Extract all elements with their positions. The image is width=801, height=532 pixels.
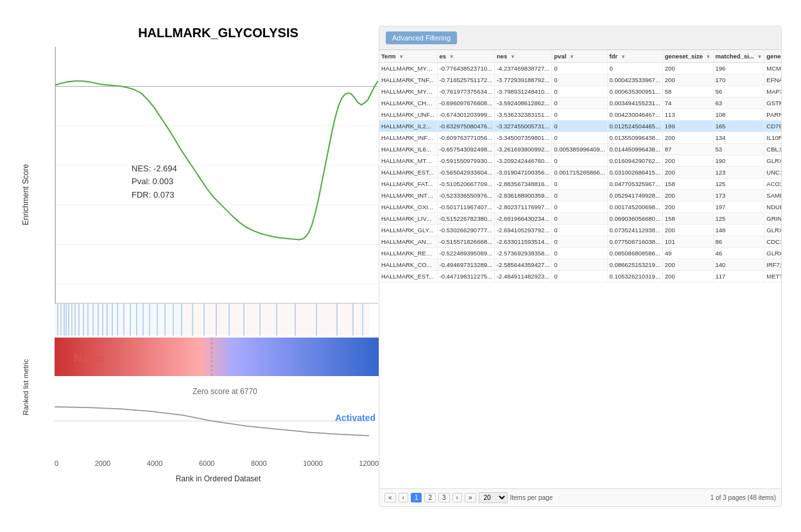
enrichment-chart: 0 -0.2 -0.4 -0.6 -0.8 NES: -2.694 Pval: … <box>55 47 379 304</box>
cell-nes: -3.209242446760... <box>494 155 551 166</box>
cell-pval: 0 <box>552 189 607 201</box>
x-tick-6000: 6000 <box>199 459 214 467</box>
col-matched-size[interactable]: matched_si... ▼ <box>713 50 764 63</box>
cell-fdr: 0.052941749928... <box>607 189 662 201</box>
cell-geneset_size: 87 <box>662 143 713 155</box>
table-row[interactable]: HALLMARK_OXI...-0.501711967407...-2.8023… <box>379 201 781 212</box>
table-row[interactable]: HALLMARK_INFL...-0.609763771056...-3.345… <box>379 132 781 143</box>
x-tick-8000: 8000 <box>251 459 266 467</box>
table-row[interactable]: HALLMARK_IL6...-0.657543092498...-3.2616… <box>379 143 781 155</box>
cell-genes: CBL;IL10RB;LTB;S... <box>764 143 781 155</box>
svg-rect-15 <box>183 304 369 336</box>
cell-matched_size: 173 <box>713 189 764 201</box>
cell-nes: -3.772939188792... <box>494 74 551 85</box>
cell-geneset_size: 113 <box>662 108 713 120</box>
cell-term: HALLMARK_TNF... <box>379 74 437 85</box>
cell-geneset_size: 158 <box>662 178 713 189</box>
cell-nes: -2.836188900359... <box>494 189 551 201</box>
col-term[interactable]: Term ▼ <box>379 50 437 63</box>
col-es[interactable]: es ▼ <box>437 50 494 63</box>
cell-es: -0.494697313289... <box>437 259 494 270</box>
col-pval[interactable]: pval ▼ <box>552 50 607 63</box>
cell-matched_size: 86 <box>713 236 764 247</box>
prev-page-button[interactable]: ‹ <box>399 493 408 502</box>
chart-title: HALLMARK_GLYCOLYSIS <box>58 26 379 40</box>
table-row[interactable]: HALLMARK_MYC...-0.776438523710...-4.2374… <box>379 62 781 74</box>
table-row[interactable]: HALLMARK_LIV...-0.515226782380...-2.6919… <box>379 212 781 224</box>
table-row[interactable]: HALLMARK_EST...-0.565042933604...-3.0190… <box>379 166 781 178</box>
cell-genes: GLRX;NDUF2... <box>764 247 781 259</box>
cell-pval: 0 <box>552 224 607 236</box>
cell-es: -0.530266290777... <box>437 224 494 236</box>
page-2-button[interactable]: 2 <box>424 493 436 502</box>
table-row[interactable]: HALLMARK_MTD...-0.591550979930...-3.2092… <box>379 155 781 166</box>
table-row[interactable]: HALLMARK_CHO...-0.696097676608...-3.5924… <box>379 97 781 108</box>
y-axis-label: Enrichment Score <box>19 66 32 323</box>
col-fdr[interactable]: fdr ▼ <box>607 50 662 63</box>
page-3-button[interactable]: 3 <box>438 493 450 502</box>
cell-matched_size: 108 <box>713 108 764 120</box>
cell-genes: SAMHD1;CASP8... <box>764 189 781 201</box>
cell-nes: -3.592408612862... <box>494 97 551 108</box>
table-wrapper[interactable]: Term ▼ es ▼ nes ▼ pval ▼ fdr ▼ geneset_s… <box>379 50 781 488</box>
cell-genes: CDC14B;STK;FT... <box>764 236 781 247</box>
cell-pval: 0 <box>552 270 607 282</box>
items-per-page-label: Items per page <box>510 494 553 501</box>
next-page-button[interactable]: › <box>452 493 462 502</box>
table-row[interactable]: HALLMARK_UNF...-0.674301203999...-3.5362… <box>379 108 781 120</box>
enrichment-svg: 0 -0.2 -0.4 -0.6 -0.8 <box>55 47 379 304</box>
cell-matched_size: 123 <box>713 166 764 178</box>
cell-es: -0.447198312275... <box>437 270 494 282</box>
cell-fdr: 0.086625153219... <box>607 259 662 270</box>
table-row[interactable]: HALLMARK_AND...-0.515571826668...-2.6330… <box>379 236 781 247</box>
cell-term: HALLMARK_EST... <box>379 166 437 178</box>
table-row[interactable]: HALLMARK_EST...-0.447198312275...-2.4849… <box>379 270 781 282</box>
x-tick-0: 0 <box>55 459 58 467</box>
table-row[interactable]: HALLMARK_INTE...-0.523336550976...-2.836… <box>379 189 781 201</box>
cell-geneset_size: 158 <box>662 212 713 224</box>
cell-matched_size: 190 <box>713 155 764 166</box>
table-row[interactable]: HALLMARK_REA...-0.522489395089...-2.5736… <box>379 247 781 259</box>
page-1-button[interactable]: 1 <box>411 493 422 502</box>
cell-fdr: 0.001745200698... <box>607 201 662 212</box>
cell-es: -0.515226782380... <box>437 212 494 224</box>
cell-pval: 0 <box>552 247 607 259</box>
table-row[interactable]: HALLMARK_GLY...-0.530266290777...-2.6941… <box>379 224 781 236</box>
cell-geneset_size: 200 <box>662 224 713 236</box>
advanced-filter-button[interactable]: Advanced Filtering <box>386 31 457 44</box>
cell-pval: 0 <box>552 155 607 166</box>
cell-nes: -3.345007359801... <box>494 132 551 143</box>
cell-pval: 0 <box>552 120 607 132</box>
col-nes[interactable]: nes ▼ <box>494 50 551 63</box>
cell-matched_size: 117 <box>713 270 764 282</box>
x-axis-ticks: 0 2000 4000 6000 8000 10000 12000 <box>55 459 379 467</box>
items-per-page-select[interactable]: 20 50 100 <box>479 492 508 503</box>
table-header-row: Term ▼ es ▼ nes ▼ pval ▼ fdr ▼ geneset_s… <box>379 50 781 63</box>
x-tick-12000: 12000 <box>359 459 379 467</box>
cell-matched_size: 53 <box>713 143 764 155</box>
cell-nes: -2.802371176997... <box>494 201 551 212</box>
cell-geneset_size: 200 <box>662 62 713 74</box>
cell-nes: -3.536232383151... <box>494 108 551 120</box>
last-page-button[interactable]: » <box>465 493 476 502</box>
cell-genes: GLRX;ANKZF1;H... <box>764 224 781 236</box>
cell-fdr: 0.004230046467... <box>607 108 662 120</box>
svg-rect-14 <box>55 304 183 336</box>
table-row[interactable]: HALLMARK_CO...-0.494697313289...-2.58564… <box>379 259 781 270</box>
cell-es: -0.501711967407... <box>437 201 494 212</box>
cell-term: HALLMARK_MYC... <box>379 85 437 97</box>
cell-genes: MCM7,CDK2,RR... <box>764 62 781 74</box>
cell-term: HALLMARK_CHO... <box>379 97 437 108</box>
first-page-button[interactable]: « <box>384 493 396 502</box>
cell-genes: PARN;WFS1;IFIT1... <box>764 108 781 120</box>
col-geneset-size[interactable]: geneset_size ▼ <box>662 50 713 63</box>
cell-es: -0.776438523710... <box>437 62 494 74</box>
table-row[interactable]: HALLMARK_TNF...-0.716525751172...-3.7729… <box>379 74 781 85</box>
cell-geneset_size: 200 <box>662 132 713 143</box>
cell-pval: 0 <box>552 212 607 224</box>
cell-es: -0.674301203999... <box>437 108 494 120</box>
table-row[interactable]: HALLMARK_MYC...-0.761977375634...-3.7989… <box>379 85 781 97</box>
table-row[interactable]: HALLMARK_FAT...-0.510520667709...-2.8835… <box>379 178 781 189</box>
col-genes[interactable]: genes ▼ <box>764 50 781 63</box>
table-row[interactable]: HALLMARK_IL2...-0.632975080476...-3.3274… <box>379 120 781 132</box>
